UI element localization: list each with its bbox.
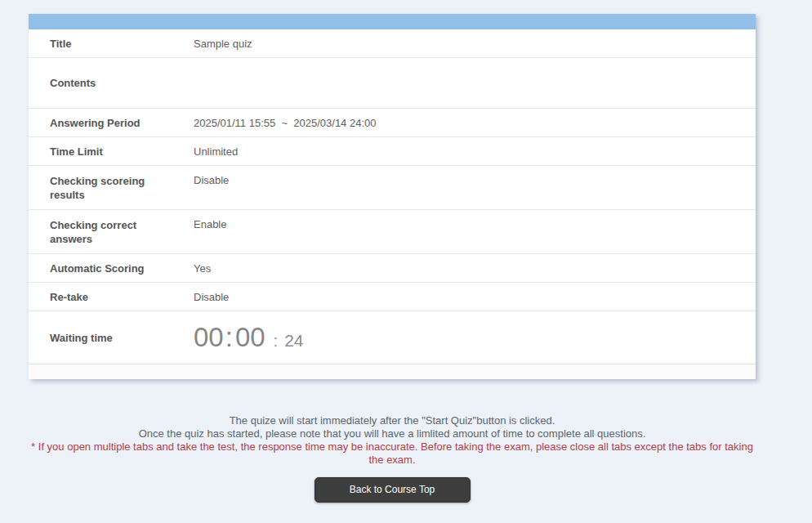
timer-seconds: 24 (284, 331, 303, 351)
panel-header-bar (29, 14, 756, 29)
note-start-info: The quize will start immediately after t… (29, 414, 756, 427)
row-value: Sample quiz (194, 37, 252, 51)
note-time-limit-info: Once the quiz has started, please note t… (29, 427, 756, 440)
row-automatic-scoring: Automatic Scoring Yes (29, 254, 756, 283)
row-value: Yes (194, 262, 211, 275)
panel-footer-strip (29, 364, 756, 379)
note-multiple-tabs-warning: * If you open multiple tabs and take the… (29, 440, 756, 467)
row-checking-scoring-results: Checking scoreing results Disable (29, 166, 756, 210)
row-waiting-time: Waiting time 00 : 00 : 24 (29, 311, 756, 364)
row-time-limit: Time Limit Unlimited (29, 137, 756, 166)
row-value: Unlimited (194, 145, 238, 159)
row-value: Disable (194, 290, 229, 304)
row-label: Re-take (50, 290, 156, 304)
row-label: Checking scoreing results (50, 174, 156, 202)
row-value: 2025/01/11 15:55 ~ 2025/03/14 24:00 (194, 116, 377, 130)
timer-colon: : (274, 332, 279, 351)
row-label: Automatic Scoring (50, 262, 156, 275)
row-value: Disable (194, 173, 229, 187)
row-label: Title (50, 37, 156, 51)
quiz-info-page: Title Sample quiz Contents Answering Per… (29, 14, 756, 503)
row-label: Contents (50, 76, 156, 90)
timer-colon: : (225, 323, 233, 352)
row-checking-correct-answers: Checking correct answers Enable (29, 210, 756, 254)
row-title: Title Sample quiz (29, 29, 756, 58)
button-row: Back to Course Top (29, 477, 756, 503)
row-answering-period: Answering Period 2025/01/11 15:55 ~ 2025… (29, 109, 756, 137)
quiz-info-panel: Title Sample quiz Contents Answering Per… (29, 14, 756, 379)
row-label: Checking correct answers (50, 218, 156, 246)
back-to-course-top-button[interactable]: Back to Course Top (315, 477, 471, 503)
waiting-time-timer: 00 : 00 : 24 (194, 323, 304, 352)
row-label: Waiting time (50, 331, 156, 345)
timer-minutes: 00 (235, 323, 265, 352)
timer-hours: 00 (194, 323, 224, 352)
row-label: Time Limit (50, 145, 156, 159)
row-value: Enable (194, 217, 226, 231)
row-retake: Re-take Disable (29, 283, 756, 311)
footer-notes: The quize will start immediately after t… (29, 414, 756, 467)
row-contents: Contents (29, 58, 756, 109)
row-label: Answering Period (50, 116, 156, 130)
